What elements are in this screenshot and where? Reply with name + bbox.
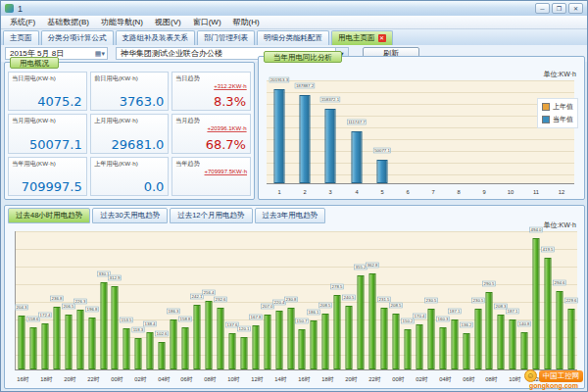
menu-item[interactable]: 功能导航(N) [95,16,149,28]
trend-bar-slot: 172.4 [39,231,51,369]
trend-x-tick-label: 06时 [181,376,193,384]
trend-bar-value-label: 206.5 [62,304,74,310]
trend-bar-value-label: 312.9 [109,275,122,281]
trend-bar-slot: 170.4 [414,231,425,369]
trend-bar [264,315,270,369]
trend-bar [486,292,493,369]
metric-card-delta: +312.2KW·h [214,83,247,90]
yoy-unit-label: 单位:KW·h [544,70,576,79]
trend-x-tick-label: 04时 [439,376,451,384]
trend-tab[interactable]: 过去48小时用电趋势 [8,208,90,223]
trend-tab[interactable]: 过去30天用电趋势 [92,208,168,223]
trend-x-tick-label [408,376,413,384]
doc-tab[interactable]: 支路组补及装表关系 [116,30,196,45]
trend-bar-value-label: 167.8 [249,314,262,319]
trend-bar-value-label: 150.7 [296,318,309,324]
trend-bar-slot: 236.8 [51,231,63,369]
trend-x-tick-label [79,376,84,384]
trend-bar-slot: 150.2 [402,231,414,369]
trend-bar-slot: 160.3 [437,231,449,369]
trend-bar [533,238,540,369]
yoy-bar-slot [523,80,549,183]
trend-bar-slot: 206.5 [63,231,74,369]
doc-tab[interactable]: 用电主页面✕ [331,30,393,45]
yoy-bar-slot [549,80,574,183]
legend-label: 上年值 [553,102,573,112]
yoy-bar-slot [395,80,420,183]
menu-item[interactable]: 窗口(W) [187,16,227,28]
trend-bar [311,320,318,369]
trend-x-tick-label: 10时 [228,376,240,384]
doc-tab[interactable]: 分类分项计算公式 [41,30,114,45]
trend-bar [252,325,259,369]
trend-bar-value-label: 229.6 [564,297,577,303]
trend-bar [76,310,83,369]
metric-card-delta: +20396.1KW·h [208,125,247,132]
trend-x-tick-label: 18时 [321,376,333,384]
menu-item[interactable]: 基础数据(B) [41,16,95,28]
trend-bar-slot: 242.1 [191,231,203,369]
trend-x-tick-label: 22时 [368,376,380,384]
yoy-bar [300,95,311,183]
maximize-button-icon[interactable]: ❐ [552,3,566,14]
menu-item[interactable]: 系统(F) [4,16,41,28]
trend-x-tick-label: 22时 [87,376,99,384]
building-select-value: 神华集团测试企业联合办公楼 [121,48,222,59]
trend-x-tick-label [501,376,506,384]
minimize-button-icon[interactable]: ─ [535,3,550,14]
yoy-x-tick-label: 11 [526,189,545,195]
trend-bar [404,329,411,369]
doc-tab[interactable]: 主页面 [3,30,39,45]
doc-tab-label: 明细分类能耗配置 [264,33,322,42]
trend-x-tick-label: 14时 [275,376,287,384]
yoy-bar-slot [498,80,523,183]
trend-bar-slot: 229.6 [565,231,577,369]
yoy-bar-value-label: 111747.7 [347,119,367,124]
trend-bar-slot: 136.2 [461,231,472,369]
trend-tab[interactable]: 过去12个月用电趋势 [170,208,252,223]
menu-item[interactable]: 视图(V) [149,16,187,28]
metric-card-value: 4075.2 [37,94,82,109]
trend-unit-label: 单位:KW·h [544,220,576,230]
doc-tab[interactable]: 部门管理列表 [197,30,255,45]
metric-card-label: 上月用电(KW·h) [94,117,138,125]
trend-bar [194,305,201,369]
tab-close-icon[interactable]: ✕ [378,34,386,42]
trend-x-tick-label [337,376,342,384]
trend-x-tick-label [32,376,37,384]
trend-x-tick-label: 16时 [17,376,28,384]
metric-card: 当日用电(KW·h)4075.2 [8,72,87,111]
yoy-x-tick-label: 5 [372,189,391,195]
trend-bar-value-label: 226.3 [74,298,86,304]
trend-bar [322,314,329,369]
yoy-bar-value-label: 187887.2 [295,83,316,89]
calendar-icon: ▦▾ [95,50,105,58]
trend-bar-value-label: 187.1 [448,309,461,315]
yoy-x-tick-label: 4 [347,189,366,195]
menu-item[interactable]: 帮助(H) [227,16,266,28]
document-tab-bar: 主页面分类分项计算公式支路组补及装表关系部门管理列表明细分类能耗配置用电主页面✕ [1,29,587,45]
yoy-bar [376,160,387,183]
trend-tab[interactable]: 过去3年用电趋势 [255,208,326,223]
yoy-bar-value-label: 50077.1 [373,148,391,154]
metric-card: 当月用电(KW·h)50077.1 [8,114,87,153]
trend-bar-slot: 167.8 [250,231,262,369]
metric-cards-grid: 当日用电(KW·h)4075.2前日用电(KW·h)3763.0当日趋势+312… [8,72,251,196]
trend-x-tick-label [149,376,154,384]
yoy-bar-slot: 201913.3 [267,80,292,183]
trend-x-tick-label [431,376,436,384]
yoy-bar [351,131,362,183]
trend-bar [392,314,399,369]
trend-x-tick-label [220,376,224,384]
trend-bar-slot: 196.8 [86,231,98,369]
yoy-panel-title: 当年用电同比分析 [264,51,342,63]
legend-label: 当年值 [553,115,573,124]
trend-bar [65,315,72,369]
metric-card-value: 50077.1 [29,137,82,152]
trend-bar-slot: 153.5 [121,231,132,369]
doc-tab[interactable]: 明细分类能耗配置 [257,30,329,45]
metric-card: 当年用电(KW·h)709997.5 [8,157,87,196]
close-button-icon[interactable]: ✕ [568,3,583,14]
trend-bar [217,308,223,369]
trend-x-tick-label: 00时 [111,376,122,384]
